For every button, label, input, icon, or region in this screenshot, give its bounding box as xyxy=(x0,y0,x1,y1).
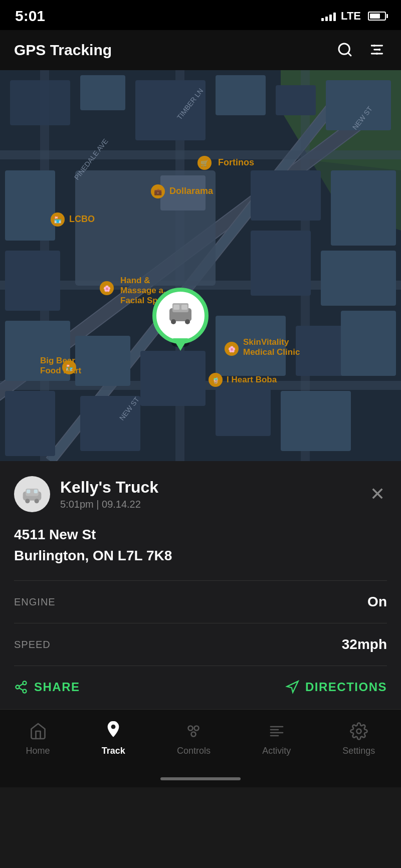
svg-rect-36 xyxy=(321,251,396,306)
svg-rect-39 xyxy=(75,336,130,386)
svg-rect-33 xyxy=(251,170,321,221)
svg-point-79 xyxy=(16,686,20,689)
lte-label: LTE xyxy=(341,10,361,23)
svg-point-6 xyxy=(378,49,380,51)
place-label: Medical Clinic xyxy=(243,347,300,357)
svg-point-85 xyxy=(188,726,193,731)
svg-text:💼: 💼 xyxy=(154,187,162,196)
svg-text:🏪: 🏪 xyxy=(54,215,62,224)
svg-point-69 xyxy=(185,319,190,324)
engine-stat-row: ENGINE On xyxy=(14,581,387,623)
svg-point-74 xyxy=(25,499,30,503)
svg-rect-34 xyxy=(331,170,396,246)
activity-icon xyxy=(266,721,287,742)
svg-rect-25 xyxy=(135,80,206,140)
svg-point-75 xyxy=(35,499,39,503)
settings-icon xyxy=(348,721,369,742)
svg-rect-43 xyxy=(341,311,396,376)
vehicle-timestamp: 5:01pm | 09.14.22 xyxy=(60,499,158,510)
svg-rect-70 xyxy=(173,305,179,310)
close-panel-button[interactable]: ✕ xyxy=(368,483,387,505)
svg-rect-29 xyxy=(5,170,55,241)
svg-text:🧋: 🧋 xyxy=(212,376,220,384)
filter-icon xyxy=(369,42,385,58)
speed-label: SPEED xyxy=(14,639,51,650)
svg-rect-76 xyxy=(27,490,30,493)
address-line2: Burlington, ON L7L 7K8 xyxy=(14,545,387,566)
svg-text:🛒: 🛒 xyxy=(200,159,209,167)
place-label: Fortinos xyxy=(218,157,254,167)
action-row: SHARE DIRECTIONS xyxy=(14,666,387,699)
vehicle-avatar xyxy=(14,476,50,512)
header-actions xyxy=(335,40,387,61)
place-label: SkinVitality xyxy=(243,337,289,347)
share-label: SHARE xyxy=(34,680,80,694)
vehicle-details: Kelly's Truck 5:01pm | 09.14.22 xyxy=(60,478,158,510)
place-label: Hand & xyxy=(120,276,150,285)
svg-point-8 xyxy=(376,53,378,55)
speed-value: 32mph xyxy=(342,636,387,653)
map-view[interactable]: PINEDALE AVE TIMBER LN NEW ST NEW ST 🛒 F… xyxy=(0,70,401,461)
vehicle-address: 4511 New St Burlington, ON L7L 7K8 xyxy=(14,524,387,566)
info-panel: Kelly's Truck 5:01pm | 09.14.22 ✕ 4511 N… xyxy=(0,461,401,709)
nav-item-track[interactable]: Track xyxy=(92,719,135,758)
svg-rect-24 xyxy=(80,75,125,110)
directions-button[interactable]: DIRECTIONS xyxy=(285,680,387,694)
svg-point-84 xyxy=(111,725,116,729)
svg-rect-40 xyxy=(140,351,206,406)
map-svg: PINEDALE AVE TIMBER LN NEW ST NEW ST 🛒 F… xyxy=(0,70,401,461)
place-label: Dollarama xyxy=(169,186,214,196)
svg-point-5 xyxy=(373,45,375,47)
svg-line-82 xyxy=(19,684,23,687)
status-bar: 5:01 LTE xyxy=(0,0,401,30)
svg-point-92 xyxy=(356,729,361,734)
status-icons: LTE xyxy=(321,10,386,23)
svg-rect-30 xyxy=(5,251,60,311)
share-button[interactable]: SHARE xyxy=(14,680,80,694)
car-avatar-icon xyxy=(21,483,43,505)
directions-icon xyxy=(285,680,299,694)
svg-rect-38 xyxy=(5,391,55,456)
svg-rect-23 xyxy=(10,80,70,125)
vehicle-name: Kelly's Truck xyxy=(60,478,158,497)
place-label: I Heart Boba xyxy=(227,375,277,384)
nav-item-activity[interactable]: Activity xyxy=(252,719,301,758)
svg-rect-71 xyxy=(181,305,187,310)
home-icon xyxy=(28,721,49,742)
svg-rect-45 xyxy=(281,391,351,451)
nav-item-home[interactable]: Home xyxy=(16,719,60,758)
nav-item-settings[interactable]: Settings xyxy=(332,719,385,758)
search-icon xyxy=(337,42,353,58)
svg-rect-35 xyxy=(251,231,311,296)
svg-marker-83 xyxy=(287,681,298,692)
filter-button[interactable] xyxy=(367,40,387,61)
place-label: LCBO xyxy=(69,214,95,224)
page-title: GPS Tracking xyxy=(14,42,112,59)
nav-label-track: Track xyxy=(102,746,125,756)
svg-rect-77 xyxy=(34,490,38,493)
engine-label: ENGINE xyxy=(14,596,56,608)
speed-stat-row: SPEED 32mph xyxy=(14,623,387,666)
nav-label-home: Home xyxy=(26,746,50,756)
place-label: Big Bear xyxy=(40,356,75,365)
vehicle-header: Kelly's Truck 5:01pm | 09.14.22 ✕ xyxy=(14,476,387,512)
share-icon xyxy=(14,680,28,694)
track-icon xyxy=(103,721,124,742)
svg-point-87 xyxy=(191,732,196,737)
svg-text:🌸: 🌸 xyxy=(228,345,236,353)
search-button[interactable] xyxy=(335,40,355,61)
nav-label-settings: Settings xyxy=(342,746,375,756)
svg-text:🌸: 🌸 xyxy=(103,285,111,292)
app-header: GPS Tracking xyxy=(0,30,401,70)
controls-icon xyxy=(183,721,204,742)
place-label: Food Mart xyxy=(40,366,81,375)
svg-point-78 xyxy=(23,681,27,685)
place-label: Massage a... xyxy=(120,286,170,295)
home-indicator xyxy=(0,772,401,787)
nav-item-controls[interactable]: Controls xyxy=(167,719,221,758)
home-bar xyxy=(160,777,241,780)
svg-point-86 xyxy=(194,726,199,731)
directions-label: DIRECTIONS xyxy=(305,680,387,694)
bottom-nav: Home Track Controls xyxy=(0,709,401,772)
svg-rect-27 xyxy=(276,85,316,115)
